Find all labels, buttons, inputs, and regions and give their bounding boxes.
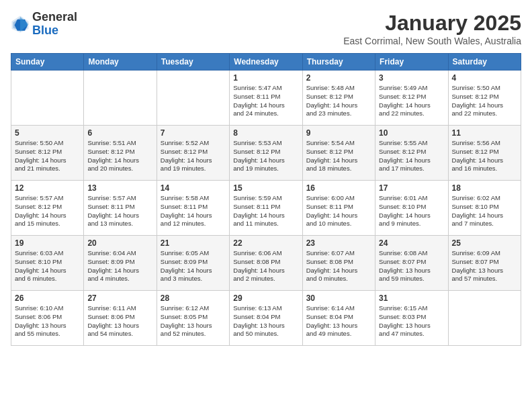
- day-detail: Sunrise: 6:01 AM Sunset: 8:10 PM Dayligh…: [379, 194, 444, 228]
- day-detail: Sunrise: 5:56 AM Sunset: 8:12 PM Dayligh…: [452, 139, 517, 173]
- day-number: 14: [161, 183, 226, 193]
- calendar-cell: 24Sunrise: 6:08 AM Sunset: 8:07 PM Dayli…: [375, 236, 448, 291]
- day-detail: Sunrise: 6:13 AM Sunset: 8:04 PM Dayligh…: [233, 304, 298, 338]
- day-number: 9: [306, 128, 371, 138]
- calendar-week-row: 26Sunrise: 6:10 AM Sunset: 8:06 PM Dayli…: [11, 291, 521, 346]
- logo-blue: Blue: [32, 24, 58, 37]
- day-number: 18: [452, 183, 517, 193]
- day-detail: Sunrise: 6:03 AM Sunset: 8:10 PM Dayligh…: [15, 249, 80, 283]
- day-number: 17: [379, 183, 444, 193]
- day-number: 29: [233, 293, 298, 303]
- calendar-cell: 16Sunrise: 6:00 AM Sunset: 8:11 PM Dayli…: [302, 181, 375, 236]
- day-detail: Sunrise: 5:55 AM Sunset: 8:12 PM Dayligh…: [379, 139, 444, 173]
- day-detail: Sunrise: 5:49 AM Sunset: 8:12 PM Dayligh…: [379, 84, 444, 118]
- calendar-cell: 28Sunrise: 6:12 AM Sunset: 8:05 PM Dayli…: [157, 291, 229, 346]
- day-detail: Sunrise: 5:59 AM Sunset: 8:11 PM Dayligh…: [233, 194, 298, 228]
- calendar-cell: [157, 71, 229, 126]
- calendar-week-row: 5Sunrise: 5:50 AM Sunset: 8:12 PM Daylig…: [11, 126, 521, 181]
- month-title: January 2025: [343, 11, 521, 36]
- day-detail: Sunrise: 5:58 AM Sunset: 8:11 PM Dayligh…: [161, 194, 226, 228]
- day-number: 4: [452, 73, 517, 83]
- day-detail: Sunrise: 5:47 AM Sunset: 8:11 PM Dayligh…: [233, 84, 298, 118]
- calendar-cell: 21Sunrise: 6:05 AM Sunset: 8:09 PM Dayli…: [157, 236, 229, 291]
- calendar-cell: 25Sunrise: 6:09 AM Sunset: 8:07 PM Dayli…: [448, 236, 521, 291]
- day-number: 12: [15, 183, 80, 193]
- calendar-cell: 30Sunrise: 6:14 AM Sunset: 8:04 PM Dayli…: [302, 291, 375, 346]
- day-number: 20: [87, 238, 152, 248]
- calendar-cell: 6Sunrise: 5:51 AM Sunset: 8:12 PM Daylig…: [84, 126, 157, 181]
- calendar-body: 1Sunrise: 5:47 AM Sunset: 8:11 PM Daylig…: [11, 71, 521, 346]
- day-detail: Sunrise: 5:48 AM Sunset: 8:12 PM Dayligh…: [306, 84, 371, 118]
- weekday-row: SundayMondayTuesdayWednesdayThursdayFrid…: [11, 54, 521, 71]
- day-detail: Sunrise: 6:04 AM Sunset: 8:09 PM Dayligh…: [87, 249, 152, 283]
- weekday-header: Friday: [375, 54, 448, 71]
- day-detail: Sunrise: 5:57 AM Sunset: 8:11 PM Dayligh…: [87, 194, 152, 228]
- calendar-cell: 20Sunrise: 6:04 AM Sunset: 8:09 PM Dayli…: [84, 236, 157, 291]
- calendar-cell: 18Sunrise: 6:02 AM Sunset: 8:10 PM Dayli…: [448, 181, 521, 236]
- calendar-cell: 22Sunrise: 6:06 AM Sunset: 8:08 PM Dayli…: [230, 236, 302, 291]
- day-number: 25: [452, 238, 517, 248]
- day-number: 19: [15, 238, 80, 248]
- day-number: 28: [161, 293, 226, 303]
- calendar-cell: 31Sunrise: 6:15 AM Sunset: 8:03 PM Dayli…: [375, 291, 448, 346]
- calendar-week-row: 1Sunrise: 5:47 AM Sunset: 8:11 PM Daylig…: [11, 71, 521, 126]
- logo-general: General: [32, 10, 77, 24]
- day-number: 26: [15, 293, 80, 303]
- day-number: 10: [379, 128, 444, 138]
- calendar-cell: 4Sunrise: 5:50 AM Sunset: 8:12 PM Daylig…: [448, 71, 521, 126]
- day-number: 13: [87, 183, 152, 193]
- weekday-header: Wednesday: [230, 54, 302, 71]
- day-number: 6: [87, 128, 152, 138]
- day-detail: Sunrise: 5:54 AM Sunset: 8:12 PM Dayligh…: [306, 139, 371, 173]
- day-detail: Sunrise: 5:53 AM Sunset: 8:12 PM Dayligh…: [233, 139, 298, 173]
- calendar-cell: [84, 71, 157, 126]
- day-detail: Sunrise: 6:15 AM Sunset: 8:03 PM Dayligh…: [379, 304, 444, 338]
- calendar: SundayMondayTuesdayWednesdayThursdayFrid…: [11, 53, 521, 346]
- day-detail: Sunrise: 6:10 AM Sunset: 8:06 PM Dayligh…: [15, 304, 80, 338]
- day-detail: Sunrise: 6:08 AM Sunset: 8:07 PM Dayligh…: [379, 249, 444, 283]
- logo: General Blue: [11, 11, 77, 38]
- weekday-header: Monday: [84, 54, 157, 71]
- calendar-cell: 27Sunrise: 6:11 AM Sunset: 8:06 PM Dayli…: [84, 291, 157, 346]
- day-detail: Sunrise: 6:05 AM Sunset: 8:09 PM Dayligh…: [161, 249, 226, 283]
- calendar-cell: 10Sunrise: 5:55 AM Sunset: 8:12 PM Dayli…: [375, 126, 448, 181]
- day-number: 22: [233, 238, 298, 248]
- day-detail: Sunrise: 6:12 AM Sunset: 8:05 PM Dayligh…: [161, 304, 226, 338]
- page-header: General Blue January 2025 East Corrimal,…: [11, 11, 521, 46]
- day-detail: Sunrise: 6:02 AM Sunset: 8:10 PM Dayligh…: [452, 194, 517, 228]
- day-number: 1: [233, 73, 298, 83]
- weekday-header: Tuesday: [157, 54, 229, 71]
- title-block: January 2025 East Corrimal, New South Wa…: [343, 11, 521, 46]
- day-number: 2: [306, 73, 371, 83]
- day-detail: Sunrise: 5:51 AM Sunset: 8:12 PM Dayligh…: [87, 139, 152, 173]
- calendar-cell: 1Sunrise: 5:47 AM Sunset: 8:11 PM Daylig…: [230, 71, 302, 126]
- day-number: 27: [87, 293, 152, 303]
- day-number: 31: [379, 293, 444, 303]
- logo-text: General Blue: [32, 11, 77, 38]
- calendar-cell: 14Sunrise: 5:58 AM Sunset: 8:11 PM Dayli…: [157, 181, 229, 236]
- location: East Corrimal, New South Wales, Australi…: [343, 36, 521, 46]
- day-detail: Sunrise: 6:06 AM Sunset: 8:08 PM Dayligh…: [233, 249, 298, 283]
- day-number: 16: [306, 183, 371, 193]
- day-detail: Sunrise: 5:52 AM Sunset: 8:12 PM Dayligh…: [161, 139, 226, 173]
- calendar-cell: 12Sunrise: 5:57 AM Sunset: 8:12 PM Dayli…: [11, 181, 84, 236]
- day-number: 24: [379, 238, 444, 248]
- day-number: 7: [161, 128, 226, 138]
- calendar-week-row: 19Sunrise: 6:03 AM Sunset: 8:10 PM Dayli…: [11, 236, 521, 291]
- calendar-cell: 5Sunrise: 5:50 AM Sunset: 8:12 PM Daylig…: [11, 126, 84, 181]
- day-detail: Sunrise: 6:11 AM Sunset: 8:06 PM Dayligh…: [87, 304, 152, 338]
- day-number: 3: [379, 73, 444, 83]
- calendar-cell: 29Sunrise: 6:13 AM Sunset: 8:04 PM Dayli…: [230, 291, 302, 346]
- calendar-header: SundayMondayTuesdayWednesdayThursdayFrid…: [11, 54, 521, 71]
- day-number: 21: [161, 238, 226, 248]
- calendar-cell: 8Sunrise: 5:53 AM Sunset: 8:12 PM Daylig…: [230, 126, 302, 181]
- day-detail: Sunrise: 6:14 AM Sunset: 8:04 PM Dayligh…: [306, 304, 371, 338]
- calendar-cell: 11Sunrise: 5:56 AM Sunset: 8:12 PM Dayli…: [448, 126, 521, 181]
- day-number: 5: [15, 128, 80, 138]
- calendar-week-row: 12Sunrise: 5:57 AM Sunset: 8:12 PM Dayli…: [11, 181, 521, 236]
- calendar-cell: 15Sunrise: 5:59 AM Sunset: 8:11 PM Dayli…: [230, 181, 302, 236]
- weekday-header: Saturday: [448, 54, 521, 71]
- day-detail: Sunrise: 5:50 AM Sunset: 8:12 PM Dayligh…: [15, 139, 80, 173]
- calendar-cell: 26Sunrise: 6:10 AM Sunset: 8:06 PM Dayli…: [11, 291, 84, 346]
- day-detail: Sunrise: 6:00 AM Sunset: 8:11 PM Dayligh…: [306, 194, 371, 228]
